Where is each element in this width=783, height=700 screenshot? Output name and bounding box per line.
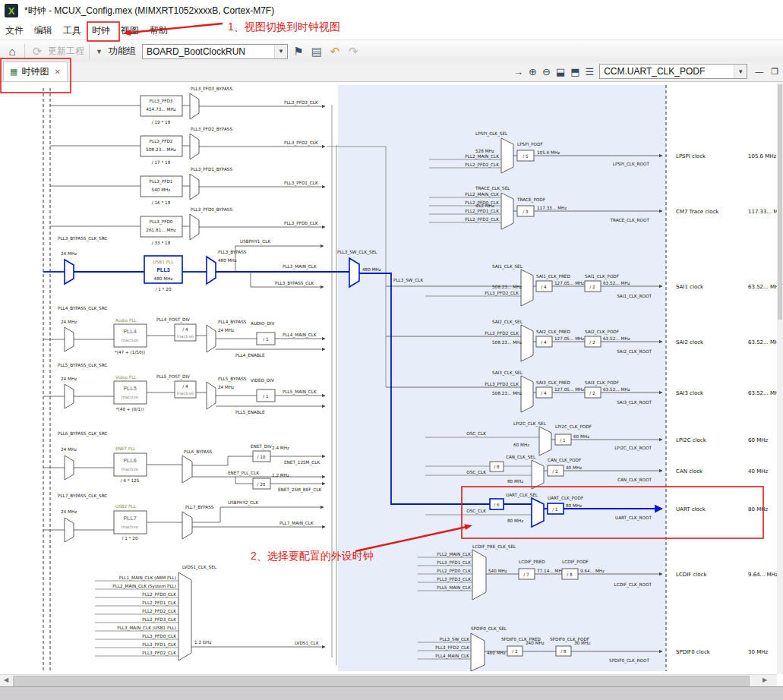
- pll3-pfd2-block[interactable]: PLL3_PFD2 508.23... MHz / 17 * 18 PLL3_P…: [50, 127, 325, 165]
- trace-sel-label: TRACE_CLK_SEL: [475, 186, 510, 191]
- spdif-input: PLL3_SW_CLK: [440, 637, 469, 642]
- pll4-postdiv-label: PLL4_POST_DIV: [156, 317, 190, 323]
- scroll-left-icon[interactable]: ◀: [1, 676, 11, 686]
- toolbar: ⌂ ⟳ 更新工程 ▼ 功能组 BOARD_BootClockRUN ▼ ⚑ ▤ …: [0, 39, 783, 63]
- close-icon[interactable]: ✕: [54, 68, 60, 76]
- sai2-pred-value: / 4: [541, 340, 547, 345]
- details-icon[interactable]: ▤: [309, 45, 324, 58]
- clock-diagram-icon: ▦: [10, 67, 17, 77]
- pfd-title: PLL3_PFD2: [150, 139, 173, 144]
- pll5-enable-label: PLL5_ENABLE: [235, 410, 265, 415]
- update-project-icon: ⟳: [30, 45, 45, 58]
- flag-icon[interactable]: ⚑: [291, 45, 306, 58]
- pll7-main-clk-label: PLL7_MAIN_CLK: [279, 521, 314, 526]
- spdif-pred-value: / 2: [512, 649, 518, 654]
- chevron-down-icon: ▼: [734, 65, 747, 78]
- pll3-sw-sel-label: PLL3_SW_CLK_SEL: [337, 250, 377, 255]
- navigate-arrow-icon[interactable]: →: [513, 66, 523, 77]
- spdif-input: PLL4_MAIN_CLK: [435, 654, 469, 659]
- pfd-freq: 508.23... MHz: [146, 147, 175, 152]
- signal-combo[interactable]: CCM.UART_CLK_PODF ▼: [599, 64, 747, 79]
- spdif-out-freq: 30 MHz: [748, 649, 768, 655]
- enet-125m-label: ENET_125M_CLK: [284, 460, 320, 465]
- sai1-sel-freq: 508.23... MHz: [492, 285, 522, 289]
- pll7-block[interactable]: PLL7_BYPASS_CLK_SRC 24 MHz USB2 PLL PLL7…: [43, 493, 325, 542]
- lpspi-podf-label: LPSPI_PODF: [517, 142, 543, 147]
- zoom-in-icon[interactable]: ⊕: [529, 66, 537, 77]
- pll7-name: PLL7: [123, 516, 136, 521]
- scroll-right-icon[interactable]: ▶: [759, 676, 770, 686]
- video-div-label: VIDEO_DIV: [251, 378, 274, 383]
- lcdif-input: PLL3_PFD1_CLK: [437, 560, 471, 566]
- horizontal-scroll-thumb[interactable]: [13, 676, 750, 687]
- pll5-type: Video PLL: [115, 375, 137, 380]
- titlebar: X *时钟 - MCUX_Config.mex (MIMXRT1052xxxxB…: [0, 0, 783, 22]
- pll4-block[interactable]: PLL4_BYPASS_CLK_SRC 24 MHz Audio PLL PLL…: [43, 306, 325, 358]
- sai2-root-label: SAI2_CLK_ROOT: [617, 349, 652, 355]
- functional-group-label: 功能组: [109, 45, 136, 58]
- vertical-scroll-thumb[interactable]: [778, 84, 782, 320]
- lcdif-input: PLL2_MAIN_CLK: [437, 552, 471, 557]
- menu-tools[interactable]: 工具: [58, 21, 87, 40]
- window-title: *时钟 - MCUX_Config.mex (MIMXRT1052xxxxB, …: [24, 5, 274, 17]
- lcdif-podf-label: LCDIF_PODF: [562, 560, 589, 565]
- pll3-name: PLL3: [156, 267, 169, 273]
- pll5-block[interactable]: PLL5_BYPASS_CLK_SRC 24 MHz Video PLL PLL…: [43, 363, 325, 415]
- trace-input: PLL2_PFD1_CLK: [465, 209, 499, 214]
- clock-diagram-canvas[interactable]: PLL3_PFD3 454.73... MHz / 19 * 18 PLL3_P…: [0, 82, 777, 674]
- pll6-src-freq: 24 MHz: [61, 447, 77, 452]
- vertical-scrollbar[interactable]: [777, 82, 783, 674]
- menu-help[interactable]: 帮助: [144, 21, 173, 40]
- chevron-down-icon[interactable]: ▼: [94, 48, 104, 55]
- tab-clock-diagram[interactable]: ▦ 时钟图 ✕: [3, 61, 68, 81]
- uart-input: OSC_CLK: [466, 509, 486, 514]
- lvds-mux[interactable]: LVDS1_CLK_SEL PLL1_MAIN_CLK (ARM PLL) PL…: [95, 565, 325, 661]
- lvds-input: PLL3_PFD1_CLK: [142, 642, 176, 648]
- pll3-bypass-label: PLL3_BYPASS: [218, 250, 247, 255]
- pll5-postdiv-state: Inactive: [177, 391, 194, 396]
- uart-prediv-value: / 6: [494, 503, 500, 507]
- filter-icon[interactable]: ☰: [585, 66, 594, 77]
- menu-views[interactable]: 视图: [115, 21, 144, 40]
- menu-clocks[interactable]: 时钟: [87, 21, 115, 40]
- sai1-podf-freq: 63.52... MHz: [603, 281, 630, 285]
- trace-input: PLL2_PFD0_CLK: [465, 200, 499, 206]
- pll3-freq: 480 MHz: [154, 276, 173, 281]
- pll4-postdiv: / 4: [182, 327, 188, 332]
- sai3-sel-freq: 508.23... MHz: [492, 391, 522, 396]
- fit-height-icon[interactable]: ⬓: [556, 66, 565, 77]
- lcdif-out-label: LCDIF clock: [676, 572, 707, 578]
- sai1-out-freq: 63.52... MHz: [748, 284, 777, 290]
- pfd-formula: / 16 * 18: [152, 200, 171, 205]
- horizontal-scrollbar[interactable]: ◀ ▶: [0, 674, 777, 687]
- trace-out-freq: 117.33... MHz: [748, 209, 777, 215]
- pll5-src-freq: 24 MHz: [61, 377, 77, 381]
- home-icon[interactable]: ⌂: [5, 45, 20, 58]
- fit-width-icon[interactable]: ⬒: [570, 66, 579, 77]
- sai3-podf-value: / 2: [589, 391, 595, 396]
- menu-edit[interactable]: 编辑: [29, 21, 58, 40]
- spdif-podf-freq: 30 MHz: [574, 641, 590, 645]
- pll6-block[interactable]: PLL6_BYPASS_CLK_SRC 24 MHz ENET PLL PLL6…: [43, 431, 325, 493]
- pll5-postdiv-label: PLL5_POST_DIV: [156, 374, 190, 380]
- lpspi-sel-freq: 528 MHz: [475, 149, 494, 153]
- functional-group-combo[interactable]: BOARD_BootClockRUN ▼: [142, 44, 288, 59]
- undo-icon[interactable]: ↶: [327, 45, 343, 58]
- pfd-bypass-label: PLL3_PFD0_BYPASS: [191, 207, 232, 213]
- maximize-view-icon[interactable]: ❐: [771, 67, 778, 77]
- pfd-title: PLL3_PFD1: [150, 179, 173, 184]
- pll3-pfd3-block[interactable]: PLL3_PFD3 454.73... MHz / 19 * 18 PLL3_P…: [50, 87, 325, 125]
- pll6-type: ENET PLL: [115, 446, 136, 451]
- redo-icon[interactable]: ↷: [346, 45, 361, 58]
- pll6-state: Inactive: [122, 467, 139, 471]
- sai3-podf-label: SAI3_CLK_PODF: [585, 380, 619, 386]
- update-project-button[interactable]: ⟳ 更新工程: [30, 45, 84, 58]
- uart-sel-freq: 80 MHz: [507, 519, 523, 523]
- pll3-src-freq: 24 MHz: [61, 251, 77, 256]
- pll3-pfd1-block[interactable]: PLL3_PFD1 540 MHz / 16 * 18 PLL3_PFD1_BY…: [50, 167, 325, 205]
- minimize-view-icon[interactable]: —: [755, 67, 763, 76]
- zoom-out-icon[interactable]: ⊖: [542, 66, 551, 77]
- sai2-sel-freq: 508.23... MHz: [492, 340, 522, 345]
- sai3-podf-freq: 63.52... MHz: [603, 387, 630, 392]
- menu-file[interactable]: 文件: [0, 21, 29, 40]
